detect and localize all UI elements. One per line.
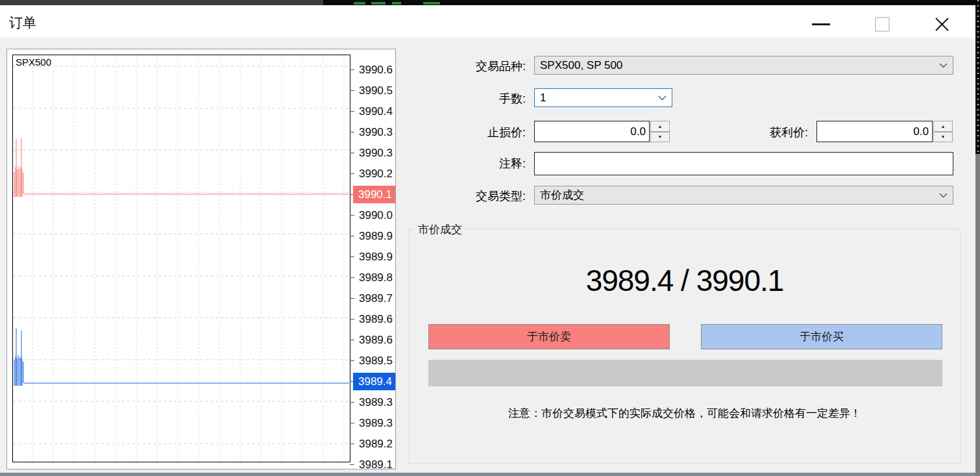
comment-input[interactable] [534, 152, 953, 175]
buy-by-market-button[interactable]: 于市价买 [701, 324, 942, 349]
price-scale-row: 3990.0 [354, 205, 396, 226]
price-tick [350, 360, 354, 361]
price-scale-row: 3989.5 [354, 351, 396, 371]
chevron-down-icon [939, 193, 948, 198]
bid-ask-quote: 3989.4 / 3990.1 [410, 263, 960, 298]
price-tick [350, 215, 354, 216]
price-tick [350, 464, 354, 465]
close-icon [935, 17, 949, 32]
background-app-strip [0, 0, 980, 5]
ask-line [14, 138, 349, 197]
price-scale-row: 3989.9 [354, 247, 396, 268]
price-tick [350, 173, 354, 174]
market-execution-group: 市价成交 3989.4 / 3990.1 于市价卖 于市价买 注意：市价交易模式… [409, 229, 961, 464]
price-tick [350, 153, 354, 153]
volume-combo[interactable]: 1 [534, 88, 672, 107]
price-scale-row: 3989.6 [354, 330, 396, 351]
disabled-action-bar [428, 360, 942, 386]
price-scale-row: 3989.2 [354, 434, 396, 455]
price-tick [350, 90, 354, 91]
background-price-axis [975, 0, 980, 154]
takeprofit-spinner: ▲ ▼ [933, 121, 953, 142]
group-title: 市价成交 [415, 222, 465, 237]
titlebar[interactable]: 订单 [0, 5, 975, 38]
volume-combo-value: 1 [540, 92, 654, 105]
type-select-value: 市价成交 [540, 188, 935, 203]
takeprofit-down-button[interactable]: ▼ [933, 132, 953, 143]
price-tick [350, 444, 354, 444]
symbol-label: 交易品种: [363, 58, 526, 74]
background-candle [392, 2, 401, 5]
price-tick [350, 298, 354, 299]
screen: 订单 [0, 0, 980, 476]
price-scale-row: 3989.1 [354, 455, 396, 470]
price-scale-row: 3989.3 [354, 413, 396, 434]
chevron-down-icon [658, 95, 667, 101]
price-tick [350, 69, 354, 70]
tick-chart-panel: SPX500 3990.63990.53990.43990.33990.3399… [6, 49, 396, 470]
price-tick [350, 319, 354, 319]
price-scale-row: 3989.7 [354, 288, 396, 309]
symbol-select-value: SPX500, SP 500 [540, 59, 935, 72]
sell-by-market-button[interactable]: 于市价卖 [428, 324, 670, 349]
takeprofit-input[interactable] [816, 121, 933, 142]
stoploss-label: 止损价: [363, 125, 526, 140]
type-label: 交易类型: [363, 188, 526, 204]
price-tick [350, 236, 354, 236]
chevron-down-icon [939, 63, 948, 68]
takeprofit-field-group: ▲ ▼ [816, 121, 953, 142]
minimize-button[interactable] [803, 12, 839, 36]
price-tick [350, 402, 354, 403]
symbol-select[interactable]: SPX500, SP 500 [534, 56, 953, 75]
background-candle [354, 2, 365, 5]
minimize-icon [812, 23, 830, 25]
takeprofit-label: 获利价: [646, 125, 808, 140]
price-scale: 3990.63990.53990.43990.33990.33990.23990… [354, 49, 396, 470]
price-tick [350, 340, 354, 340]
tick-chart-plot: SPX500 [12, 55, 350, 462]
volume-label: 手数: [363, 91, 526, 106]
price-tick [350, 111, 354, 112]
price-tick [350, 257, 354, 257]
chart-symbol-label: SPX500 [16, 56, 51, 68]
background-candle [371, 2, 386, 5]
takeprofit-up-button[interactable]: ▲ [933, 121, 953, 132]
price-scale-row: 3989.8 [354, 268, 396, 288]
execution-notice: 注意：市价交易模式下的实际成交价格，可能会和请求价格有一定差异！ [410, 406, 960, 421]
dialog-title: 订单 [9, 14, 36, 32]
background-right-strip [975, 0, 980, 476]
price-scale-row: 3989.3 [354, 392, 396, 413]
price-scale-bid: 3989.4 [353, 373, 396, 390]
stoploss-input[interactable] [534, 121, 650, 142]
price-scale-row: 3989.6 [354, 309, 396, 330]
maximize-icon [875, 17, 890, 32]
type-select[interactable]: 市价成交 [534, 186, 953, 205]
background-bottom-strip [0, 471, 975, 476]
order-dialog: 订单 [0, 5, 975, 471]
price-scale-row: 3989.9 [354, 226, 396, 247]
close-button[interactable] [924, 12, 959, 36]
price-tick [350, 277, 354, 278]
maximize-button[interactable] [864, 12, 900, 36]
comment-label: 注释: [363, 156, 526, 171]
background-candle [423, 2, 440, 5]
bid-line [14, 329, 349, 386]
price-scale-ticks [350, 49, 354, 470]
price-tick [350, 132, 354, 132]
tick-chart-canvas [13, 55, 350, 462]
price-tick [350, 423, 354, 423]
